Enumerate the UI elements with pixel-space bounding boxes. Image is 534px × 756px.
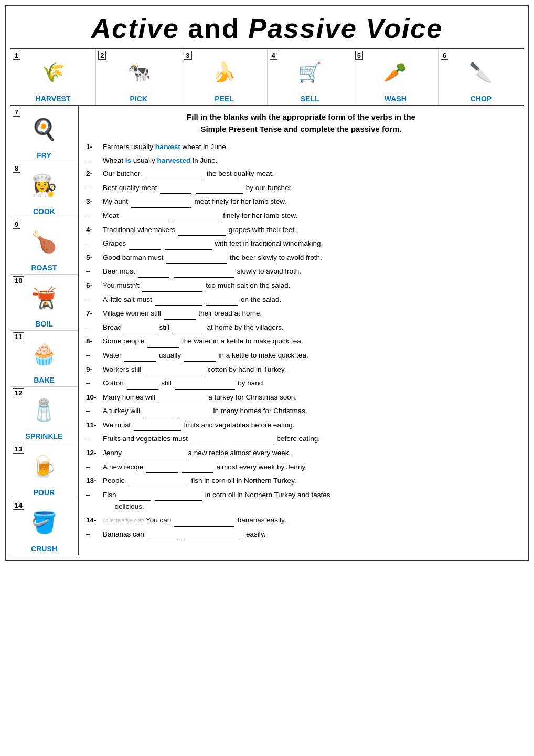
exercise-passive-text: Bananas can easily.: [103, 529, 516, 541]
exercise-group-4: 4- Traditional winemakers grapes with th…: [86, 224, 516, 250]
side-number: 14: [13, 501, 24, 510]
exercise-passive-item: – Bread still at home by the villagers.: [86, 322, 516, 334]
blank: [173, 210, 220, 222]
image-label: WASH: [354, 94, 437, 103]
highlight-word: harvested: [157, 156, 191, 164]
instructions: Fill in the blanks with the appropriate …: [86, 111, 516, 135]
image-label: PICK: [97, 94, 180, 103]
exercise-dash: –: [86, 529, 103, 540]
instruction-line1: Fill in the blanks with the appropriate …: [187, 112, 415, 121]
exercise-number: 1-: [86, 141, 103, 153]
top-image-chop: 6 🔪 CHOP: [439, 49, 524, 105]
exercise-dash: –: [86, 238, 103, 249]
image-number: 4: [270, 51, 277, 60]
blank: [160, 182, 191, 194]
blank: [173, 322, 204, 334]
exercise-passive-text: Cotton still by hand.: [103, 377, 516, 390]
side-image-cook: 8 👩‍🍳 COOK: [10, 162, 78, 218]
exercise-item: 1- Farmers usually harvest wheat in June…: [86, 141, 516, 153]
blank: [196, 182, 243, 194]
exercise-text: People fish in corn oil in Northern Turk…: [103, 475, 516, 487]
exercise-passive-text: Grapes with feet in traditional winemaki…: [103, 238, 516, 250]
side-icon: 🍗: [12, 220, 77, 262]
side-number: 11: [13, 332, 24, 341]
blank: [125, 447, 185, 459]
exercise-passive-text: Meat finely for her lamb stew.: [103, 210, 516, 222]
exercise-passive-item: – Bananas can easily.: [86, 529, 516, 541]
exercise-text: Some people the water in a kettle to mak…: [103, 335, 516, 348]
exercise-item: 6- You mustn't too much salt on the sala…: [86, 280, 516, 292]
exercise-text: Traditional winemakers grapes with their…: [103, 224, 516, 236]
image-number: 2: [98, 51, 106, 60]
blank: [179, 405, 210, 417]
exercise-item: 7- Village women still their bread at ho…: [86, 308, 516, 320]
exercise-group-10: 10- Many homes will a turkey for Christm…: [86, 392, 516, 417]
side-label: SPRINKLE: [12, 432, 77, 440]
exercise-dash: –: [86, 405, 103, 417]
exercise-dash: –: [86, 182, 103, 194]
exercise-number: 2-: [86, 168, 103, 180]
exercise-group-11: 11- We must fruits and vegetables before…: [86, 419, 516, 445]
exercise-item: 10- Many homes will a turkey for Christm…: [86, 392, 516, 404]
blank: [184, 350, 216, 362]
exercise-dash: –: [86, 155, 103, 166]
exercise-passive-item: – Cotton still by hand.: [86, 377, 516, 390]
exercise-passive-text: A new recipe almost every week by Jenny.: [103, 461, 516, 474]
exercise-passive-item: – A turkey will in many homes for Christ…: [86, 405, 516, 417]
side-number: 9: [13, 220, 20, 229]
exercise-text: You mustn't too much salt on the salad.: [103, 280, 516, 292]
title-bar: Active and Passive Voice: [10, 10, 524, 49]
side-label: POUR: [12, 488, 77, 497]
blank: [174, 266, 234, 278]
exercise-dash: –: [86, 489, 103, 501]
image-icon: 🌾: [12, 51, 94, 93]
blank: [142, 280, 202, 292]
highlight-word: harvest: [155, 143, 180, 151]
blank: [227, 433, 274, 445]
exercise-passive-item: – A little salt must on the salad.: [86, 294, 516, 306]
exercise-text: Our butcher the best quality meat.: [103, 168, 516, 180]
blank: [165, 238, 212, 250]
exercise-passive-item: – Best quality meat by our butcher.: [86, 182, 516, 194]
image-number: 3: [184, 51, 191, 60]
image-label: CHOP: [440, 94, 522, 103]
exercise-item: 9- Workers still cotton by hand in Turke…: [86, 364, 516, 376]
image-number: 1: [13, 51, 20, 60]
side-image-bake: 11 🧁 BAKE: [10, 331, 78, 387]
exercise-passive-item: – Beer must slowly to avoid froth.: [86, 266, 516, 278]
side-number: 10: [13, 276, 24, 285]
exercise-passive-text: Fruits and vegetables must before eating…: [103, 433, 516, 445]
side-icon: 👩‍🍳: [12, 164, 77, 206]
page: Active and Passive Voice 1 🌾 HARVEST 2 🐄…: [5, 5, 529, 561]
exercise-dash: –: [86, 210, 103, 222]
blank: [128, 475, 188, 487]
blank: [122, 210, 169, 222]
exercise-number: 9-: [86, 364, 103, 375]
exercise-item: 4- Traditional winemakers grapes with th…: [86, 224, 516, 236]
exercise-group-8: 8- Some people the water in a kettle to …: [86, 335, 516, 361]
side-image-roast: 9 🍗 ROAST: [10, 218, 78, 275]
image-icon: 🥕: [354, 51, 437, 93]
image-label: SELL: [269, 94, 351, 103]
exercise-group-13: 13- People fish in corn oil in Northern …: [86, 475, 516, 512]
blank: [129, 238, 161, 250]
exercise-number: 14-: [86, 514, 103, 526]
blank: [138, 266, 169, 278]
top-image-peel: 3 🍌 PEEL: [181, 49, 267, 105]
side-label: COOK: [12, 207, 77, 216]
blank: [131, 196, 191, 208]
image-number: 6: [441, 51, 448, 60]
side-image-sprinkle: 12 🧂 SPRINKLE: [10, 387, 78, 443]
blank: [155, 489, 202, 501]
blank: [119, 489, 151, 501]
blank: [124, 350, 156, 362]
exercise-passive-text: A little salt must on the salad.: [103, 294, 516, 306]
exercise-text: collectivetiye.com You can bananas easil…: [103, 514, 516, 527]
blank: [175, 377, 235, 390]
top-image-sell: 4 🛒 SELL: [268, 49, 353, 105]
side-label: BOIL: [12, 320, 77, 328]
exercise-group-1: 1- Farmers usually harvest wheat in June…: [86, 141, 516, 166]
exercise-text: Farmers usually harvest wheat in June.: [103, 141, 516, 153]
exercise-passive-text: Beer must slowly to avoid froth.: [103, 266, 516, 278]
image-icon: 🐄: [97, 51, 180, 93]
